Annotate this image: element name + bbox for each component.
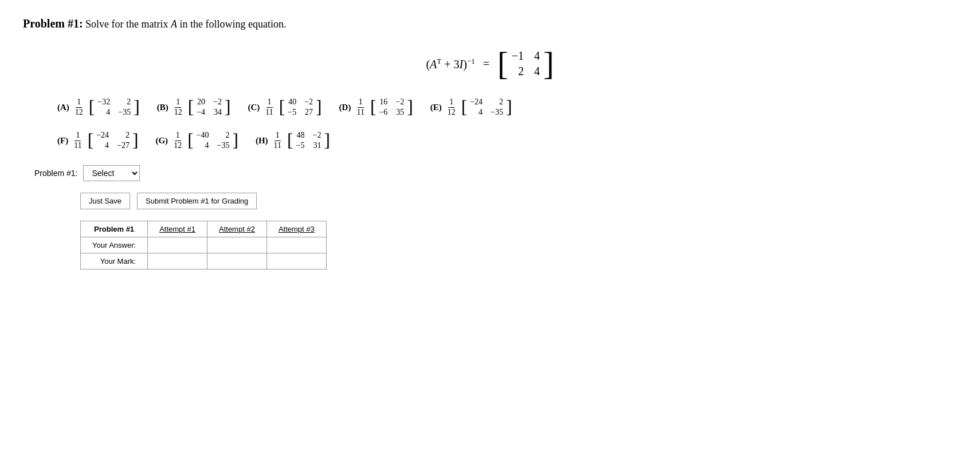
m01: 4 (534, 49, 540, 63)
attempt1-mark (148, 253, 207, 270)
problem-description: Solve for the matrix A in the following … (85, 18, 286, 30)
choice-E-matrix: [ −242 4−35 ] (461, 97, 512, 118)
sl: [ (89, 98, 95, 116)
choice-A-values: −322 4−35 (95, 97, 134, 118)
table-header-problem: Problem #1 (81, 221, 148, 237)
answer-select[interactable]: Select A B C D E F G H (83, 165, 140, 181)
sr: ] (232, 131, 238, 150)
equals-sign: = (483, 57, 489, 71)
choice-A-label: (A) (57, 103, 69, 112)
choice-C-matrix: [ 40−2 −527 ] (279, 97, 322, 118)
sl: [ (287, 131, 293, 150)
answer-section: Problem #1: Select A B C D E F G H Just … (34, 165, 957, 270)
table-row-answer: Your Answer: (81, 237, 327, 253)
attempt3-mark (266, 253, 326, 270)
choice-F-fraction: 1 11 (73, 131, 83, 151)
sr: ] (132, 131, 139, 150)
choice-C-values: 40−2 −527 (285, 97, 316, 118)
right-bracket-icon: ] (543, 48, 554, 80)
problem-title: Problem #1: (23, 17, 83, 30)
sl: [ (187, 131, 194, 150)
choice-B-fraction: 1 12 (173, 97, 183, 118)
choice-D-fraction: 1 11 (355, 97, 365, 118)
choice-D-values: 16−2 −635 (376, 97, 407, 118)
choice-F-label: (F) (57, 136, 68, 146)
sr: ] (316, 98, 322, 116)
equation-lhs: (AT + 3I)−1 (426, 57, 475, 71)
your-mark-label: Your Mark: (81, 253, 148, 270)
table-header-attempt3: Attempt #3 (266, 221, 326, 237)
attempt2-answer (207, 237, 267, 253)
sr: ] (407, 98, 413, 116)
choice-H-matrix: [ 48−2 −531 ] (287, 130, 330, 151)
attempt2-mark (207, 253, 267, 270)
choice-G-label: (G) (155, 136, 168, 146)
choices-row-2: (F) 1 11 [ −242 4−27 ] (G) 1 12 [ (57, 130, 957, 151)
problem-label-row: Problem #1: Select A B C D E F G H (34, 165, 957, 181)
m11: 4 (534, 65, 540, 78)
choice-C-label: (C) (248, 103, 260, 112)
sr: ] (324, 131, 330, 150)
m10: 2 (512, 65, 524, 78)
attempt1-answer (148, 237, 207, 253)
choice-G-values: −402 4−35 (194, 130, 233, 151)
sr: ] (225, 98, 231, 116)
choice-D: (D) 1 11 [ 16−2 −635 ] (339, 97, 413, 118)
choice-A-fraction: 1 12 (74, 97, 84, 118)
problem-header: Problem #1: Solve for the matrix A in th… (23, 17, 957, 30)
table-row-mark: Your Mark: (81, 253, 327, 270)
choice-G-matrix: [ −402 4−35 ] (187, 130, 238, 151)
choices-section: (A) 1 12 [ −322 4−35 ] (B) 1 12 [ (57, 97, 957, 151)
choice-A-matrix: [ −322 4−35 ] (89, 97, 140, 118)
choice-E-label: (E) (430, 103, 442, 112)
choice-C-fraction: 1 11 (264, 97, 274, 118)
choice-D-label: (D) (339, 103, 351, 112)
choice-F-matrix: [ −242 4−27 ] (88, 130, 139, 151)
your-answer-label: Your Answer: (81, 237, 148, 253)
matrix-values: −1 4 2 4 (508, 48, 543, 79)
choice-C: (C) 1 11 [ 40−2 −527 ] (248, 97, 322, 118)
choice-A: (A) 1 12 [ −322 4−35 ] (57, 97, 140, 118)
results-table: Problem #1 Attempt #1 Attempt #2 Attempt… (80, 221, 327, 270)
choices-row-1: (A) 1 12 [ −322 4−35 ] (B) 1 12 [ (57, 97, 957, 118)
choice-F-values: −242 4−27 (93, 130, 132, 151)
attempt3-answer (266, 237, 326, 253)
choice-B-matrix: [ 20−2 −434 ] (188, 97, 231, 118)
problem-label: Problem #1: (34, 169, 77, 178)
choice-G: (G) 1 12 [ −402 4−35 ] (155, 130, 238, 151)
choice-E: (E) 1 12 [ −242 4−35 ] (430, 97, 512, 118)
m00: −1 (512, 49, 524, 63)
submit-button[interactable]: Submit Problem #1 for Grading (137, 193, 257, 209)
sl: [ (461, 98, 468, 116)
choice-D-matrix: [ 16−2 −635 ] (370, 97, 413, 118)
table-header-attempt1: Attempt #1 (148, 221, 207, 237)
sr: ] (134, 98, 140, 116)
left-bracket-icon: [ (497, 48, 508, 80)
choice-B: (B) 1 12 [ 20−2 −434 ] (157, 97, 231, 118)
just-save-button[interactable]: Just Save (80, 193, 130, 209)
sl: [ (279, 98, 285, 116)
choice-F: (F) 1 11 [ −242 4−27 ] (57, 130, 138, 151)
choice-G-fraction: 1 12 (173, 131, 183, 151)
buttons-row: Just Save Submit Problem #1 for Grading (80, 193, 957, 209)
equation-matrix: [ −1 4 2 4 ] (497, 48, 554, 80)
choice-E-values: −242 4−35 (467, 97, 506, 118)
sl: [ (188, 98, 194, 116)
equation-block: (AT + 3I)−1 = [ −1 4 2 4 ] (318, 48, 662, 80)
choice-H-label: (H) (256, 136, 268, 146)
table-header-attempt2: Attempt #2 (207, 221, 267, 237)
choice-H-fraction: 1 11 (273, 131, 283, 151)
choice-H-values: 48−2 −531 (293, 130, 324, 151)
choice-H: (H) 1 11 [ 48−2 −531 ] (256, 130, 330, 151)
choice-B-values: 20−2 −434 (194, 97, 225, 118)
sl: [ (88, 131, 94, 150)
sr: ] (506, 98, 512, 116)
choice-E-fraction: 1 12 (446, 97, 457, 118)
choice-B-label: (B) (157, 103, 168, 112)
sl: [ (370, 98, 377, 116)
